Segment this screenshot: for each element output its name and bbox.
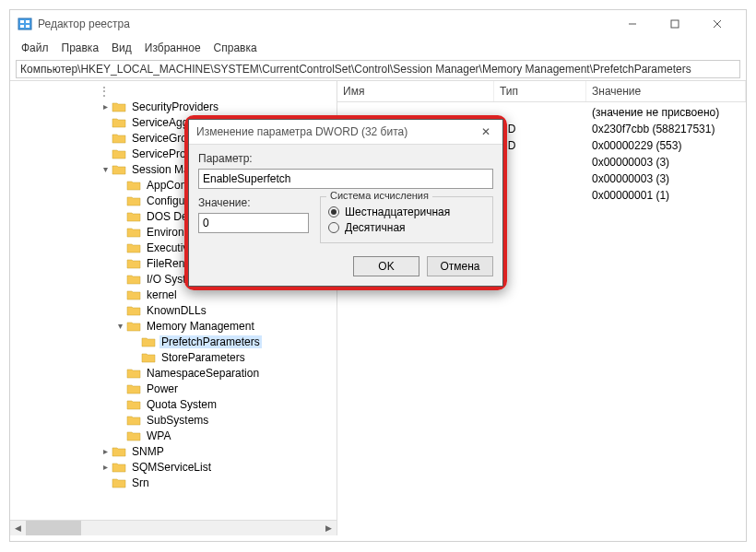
address-bar[interactable]: Компьютер\HKEY_LOCAL_MACHINE\SYSTEM\Curr…: [16, 60, 740, 78]
tree-item[interactable]: WPA: [10, 428, 337, 443]
tree-item-label: Srn: [130, 476, 151, 489]
tree-item-label: Power: [145, 382, 180, 395]
menu-file[interactable]: Файл: [16, 40, 54, 56]
tree-item[interactable]: NamespaceSeparation: [10, 365, 337, 381]
scroll-right-icon[interactable]: ▶: [321, 521, 337, 536]
twisty-icon[interactable]: ▸: [99, 101, 112, 112]
dialog-close-button[interactable]: ✕: [477, 125, 495, 138]
twisty-icon[interactable]: ▾: [99, 164, 112, 174]
menu-view[interactable]: Вид: [106, 40, 137, 56]
tree-item-label: SNMP: [130, 445, 166, 458]
titlebar: Редактор реестра: [10, 10, 746, 38]
regedit-icon: [18, 17, 32, 31]
tree-item-label: kernel: [145, 288, 179, 301]
radio-off-icon: [328, 222, 339, 233]
close-button[interactable]: [696, 10, 738, 38]
col-name[interactable]: Имя: [337, 81, 494, 101]
radio-dec[interactable]: Десятичная: [328, 221, 485, 234]
tree-item[interactable]: ▸SQMServiceList: [10, 459, 337, 475]
tree-item-label: SubSystems: [145, 414, 210, 427]
minimize-button[interactable]: [611, 10, 654, 38]
tree-item[interactable]: Srn: [10, 475, 337, 490]
dialog-title: Изменение параметра DWORD (32 бита): [196, 125, 477, 138]
menu-edit[interactable]: Правка: [56, 40, 105, 56]
svg-rect-0: [18, 18, 31, 29]
scroll-thumb[interactable]: [26, 521, 81, 535]
menu-help[interactable]: Справка: [208, 40, 263, 56]
tree-item-label: PrefetchParameters: [159, 335, 262, 348]
tree-item[interactable]: Power: [10, 381, 337, 396]
menubar: Файл Правка Вид Избранное Справка: [10, 38, 746, 58]
param-label: Параметр:: [198, 152, 493, 165]
tree-item[interactable]: ▸SecurityProviders: [10, 99, 337, 114]
svg-rect-6: [671, 20, 679, 28]
svg-rect-2: [20, 25, 24, 28]
tree-item-label: Memory Management: [145, 320, 256, 333]
col-value[interactable]: Значение: [586, 81, 746, 101]
param-input[interactable]: [198, 169, 493, 189]
tree-item[interactable]: ▾Memory Management: [10, 318, 337, 334]
svg-rect-1: [20, 20, 24, 23]
tree-item[interactable]: Quota System: [10, 396, 337, 412]
tree-item-label: SQMServiceList: [130, 461, 213, 474]
tree-item-label: KnownDLLs: [145, 304, 208, 317]
window-title: Редактор реестра: [38, 18, 611, 30]
radio-on-icon: [328, 206, 339, 217]
col-type[interactable]: Тип: [494, 81, 586, 101]
scroll-left-icon[interactable]: ◀: [10, 521, 26, 536]
value-label: Значение:: [198, 196, 309, 209]
value-input[interactable]: [198, 213, 309, 233]
cancel-button[interactable]: Отмена: [427, 256, 493, 276]
tree-item-label: NamespaceSeparation: [145, 367, 261, 380]
tree-item-label: StoreParameters: [159, 351, 247, 364]
svg-rect-4: [26, 25, 30, 28]
list-header[interactable]: Имя Тип Значение: [337, 81, 746, 102]
svg-rect-3: [26, 20, 30, 23]
tree-item-label: Quota System: [145, 398, 219, 411]
twisty-icon[interactable]: ▸: [99, 462, 112, 472]
twisty-icon[interactable]: ▸: [99, 446, 112, 456]
ok-button[interactable]: OK: [353, 256, 419, 276]
tree-item[interactable]: SubSystems: [10, 412, 337, 428]
twisty-icon[interactable]: ▾: [113, 321, 126, 331]
radio-hex[interactable]: Шестнадцатеричная: [328, 206, 485, 218]
tree-item[interactable]: PrefetchParameters: [10, 334, 337, 349]
edit-dword-dialog: Изменение параметра DWORD (32 бита) ✕ Па…: [184, 115, 507, 290]
dialog-titlebar[interactable]: Изменение параметра DWORD (32 бита) ✕: [189, 120, 502, 144]
tree-item[interactable]: KnownDLLs: [10, 302, 337, 318]
maximize-button[interactable]: [654, 10, 696, 38]
tree-item[interactable]: StoreParameters: [10, 349, 337, 365]
radix-group-label: Система исчисления: [326, 190, 432, 201]
tree-item-label: WPA: [145, 429, 172, 442]
radix-group: Система исчисления Шестнадцатеричная Дес…: [320, 196, 493, 243]
tree-hscroll[interactable]: ◀ ▶: [10, 520, 337, 535]
tree-item-label: SecurityProviders: [130, 100, 220, 113]
menu-favorites[interactable]: Избранное: [139, 40, 207, 56]
tree-item[interactable]: ▸SNMP: [10, 443, 337, 459]
